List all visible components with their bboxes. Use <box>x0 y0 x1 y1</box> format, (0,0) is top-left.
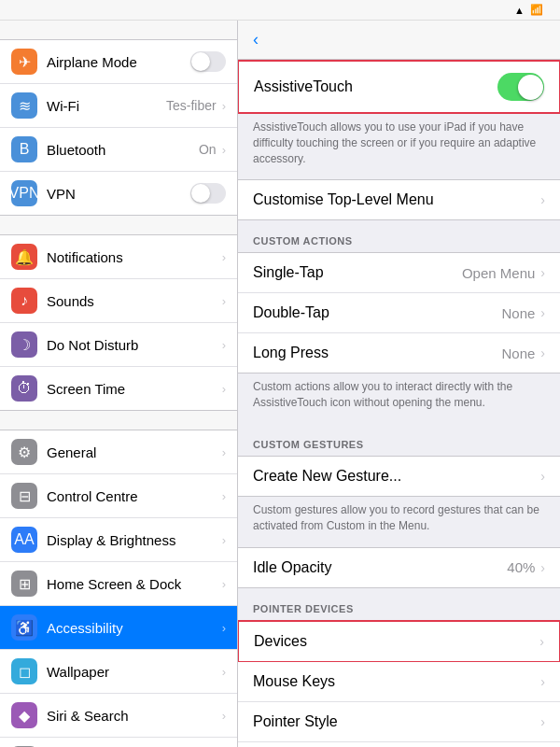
section-header-custom-gestures: CUSTOM GESTURES <box>238 424 560 456</box>
label-customise-menu: Customise Top-Level Menu <box>253 191 540 208</box>
sidebar-label-general: General <box>47 444 222 460</box>
controlcentre-icon: ⊟ <box>11 483 37 509</box>
sidebar-item-accessibility[interactable]: ♿Accessibility› <box>0 606 237 650</box>
row-assistivetouch-toggle[interactable]: AssistiveTouch <box>238 60 560 114</box>
right-sections: AssistiveTouchAssistiveTouch allows you … <box>238 60 560 747</box>
wifi-icon: ≋ <box>11 92 37 119</box>
sidebar-item-screentime[interactable]: ⏱Screen Time› <box>0 367 237 410</box>
chevron-mouse-keys: › <box>540 674 545 689</box>
row-devices[interactable]: Devices› <box>238 620 560 663</box>
card-assistivetouch-main: AssistiveTouch <box>238 60 560 114</box>
sidebar-item-display[interactable]: AADisplay & Brightness› <box>0 518 237 562</box>
chevron-wallpaper: › <box>222 665 226 679</box>
sidebar-label-notifications: Notifications <box>47 249 222 265</box>
chevron-long-press: › <box>540 345 545 360</box>
sidebar-value-bluetooth: On <box>199 142 217 157</box>
status-bar: ▲ 📶 <box>0 0 560 21</box>
sidebar-label-airplane: Airplane Mode <box>47 54 190 70</box>
sidebar-label-vpn: VPN <box>47 186 190 202</box>
wifi-icon: ▲ <box>514 5 525 16</box>
sidebar-label-accessibility: Accessibility <box>47 620 222 636</box>
sidebar-item-airplane[interactable]: ✈Airplane Mode <box>0 40 237 84</box>
sidebar: ✈Airplane Mode≋Wi-FiTes-fiber›BBluetooth… <box>0 21 238 747</box>
card-pointer-devices: Devices›Mouse Keys›Pointer Style›Show On… <box>238 620 560 747</box>
sidebar-item-vpn[interactable]: VPNVPN <box>0 172 237 215</box>
chevron-wifi: › <box>222 99 226 113</box>
airplane-icon: ✈ <box>11 49 37 75</box>
toggle-assistivetouch-toggle[interactable] <box>497 73 544 101</box>
notifications-icon: 🔔 <box>11 244 37 270</box>
card-custom-gestures: Create New Gesture...› <box>238 456 560 497</box>
sidebar-item-homescreen[interactable]: ⊞Home Screen & Dock› <box>0 562 237 606</box>
chevron-customise-menu: › <box>540 192 545 207</box>
chevron-general: › <box>222 445 226 459</box>
sidebar-item-wifi[interactable]: ≋Wi-FiTes-fiber› <box>0 84 237 128</box>
sidebar-value-wifi: Tes-fiber <box>166 98 217 113</box>
row-customise-menu[interactable]: Customise Top-Level Menu› <box>238 180 560 219</box>
value-long-press: None <box>501 345 535 361</box>
section-footer-assistivetouch-main: AssistiveTouch allows you to use your iP… <box>238 114 560 179</box>
chevron-sounds: › <box>222 294 226 308</box>
chevron-pointer-style: › <box>540 714 545 729</box>
section-footer-custom-gestures: Custom gestures allow you to record gest… <box>238 497 560 547</box>
homescreen-icon: ⊞ <box>11 571 37 597</box>
sidebar-label-sounds: Sounds <box>47 293 222 309</box>
row-mouse-keys[interactable]: Mouse Keys› <box>238 662 560 702</box>
vpn-icon: VPN <box>11 180 37 206</box>
sidebar-group-0: ✈Airplane Mode≋Wi-FiTes-fiber›BBluetooth… <box>0 39 237 216</box>
chevron-devices: › <box>539 634 544 649</box>
label-assistivetouch-toggle: AssistiveTouch <box>254 78 497 95</box>
sidebar-label-wallpaper: Wallpaper <box>47 664 222 680</box>
sidebar-group-1: 🔔Notifications›♪Sounds›☽Do Not Disturb›⏱… <box>0 234 237 411</box>
display-icon: AA <box>11 527 37 553</box>
row-show-onscreen-keyboard[interactable]: Show Onscreen Keyboard <box>238 742 560 747</box>
sidebar-item-general[interactable]: ⚙General› <box>0 430 237 474</box>
sidebar-groups: ✈Airplane Mode≋Wi-FiTes-fiber›BBluetooth… <box>0 39 237 747</box>
sidebar-item-wallpaper[interactable]: ◻Wallpaper› <box>0 650 237 694</box>
chevron-idle-opacity-row: › <box>540 560 545 575</box>
section-footer-custom-actions: Custom actions allow you to interact dir… <box>238 374 560 424</box>
wallpaper-icon: ◻ <box>11 658 37 684</box>
chevron-screentime: › <box>222 382 226 396</box>
row-single-tap[interactable]: Single-TapOpen Menu› <box>238 253 560 293</box>
row-idle-opacity-row[interactable]: Idle Opacity40%› <box>238 548 560 587</box>
sidebar-item-sounds[interactable]: ♪Sounds› <box>0 279 237 323</box>
sounds-icon: ♪ <box>11 288 37 314</box>
sidebar-item-touchid[interactable]: ◉Touch ID & Passcode› <box>0 738 237 747</box>
chevron-donotdisturb: › <box>222 338 226 352</box>
label-devices: Devices <box>254 633 539 650</box>
card-customise: Customise Top-Level Menu› <box>238 179 560 220</box>
toggle-vpn[interactable] <box>190 183 226 204</box>
label-idle-opacity-row: Idle Opacity <box>253 559 507 576</box>
general-icon: ⚙ <box>11 439 37 465</box>
right-panel: ‹ AssistiveTouchAssistiveTouch allows yo… <box>238 21 560 747</box>
row-double-tap[interactable]: Double-TapNone› <box>238 293 560 333</box>
main-layout: ✈Airplane Mode≋Wi-FiTes-fiber›BBluetooth… <box>0 21 560 747</box>
sidebar-label-homescreen: Home Screen & Dock <box>47 576 222 592</box>
back-button[interactable]: ‹ <box>253 30 260 49</box>
row-long-press[interactable]: Long PressNone› <box>238 333 560 373</box>
chevron-controlcentre: › <box>222 489 226 503</box>
sidebar-item-donotdisturb[interactable]: ☽Do Not Disturb› <box>0 323 237 367</box>
sidebar-item-bluetooth[interactable]: BBluetoothOn› <box>0 128 237 172</box>
sidebar-label-donotdisturb: Do Not Disturb <box>47 337 222 353</box>
chevron-siri: › <box>222 709 226 723</box>
row-create-gesture[interactable]: Create New Gesture...› <box>238 457 560 496</box>
back-chevron-icon: ‹ <box>253 30 259 49</box>
row-pointer-style[interactable]: Pointer Style› <box>238 702 560 742</box>
card-idle-opacity: Idle Opacity40%› <box>238 547 560 588</box>
chevron-accessibility: › <box>222 621 226 635</box>
label-mouse-keys: Mouse Keys <box>253 673 540 690</box>
sidebar-item-controlcentre[interactable]: ⊟Control Centre› <box>0 474 237 518</box>
bluetooth-icon: B <box>11 136 37 162</box>
sidebar-label-bluetooth: Bluetooth <box>47 142 199 158</box>
label-create-gesture: Create New Gesture... <box>253 468 540 485</box>
section-header-custom-actions: CUSTOM ACTIONS <box>238 220 560 252</box>
label-double-tap: Double-Tap <box>253 304 501 321</box>
toggle-airplane[interactable] <box>190 51 226 72</box>
sidebar-item-siri[interactable]: ◆Siri & Search› <box>0 694 237 738</box>
sidebar-label-siri: Siri & Search <box>47 708 222 724</box>
label-pointer-style: Pointer Style <box>253 713 540 730</box>
section-header-pointer-devices: POINTER DEVICES <box>238 588 560 620</box>
sidebar-item-notifications[interactable]: 🔔Notifications› <box>0 235 237 279</box>
